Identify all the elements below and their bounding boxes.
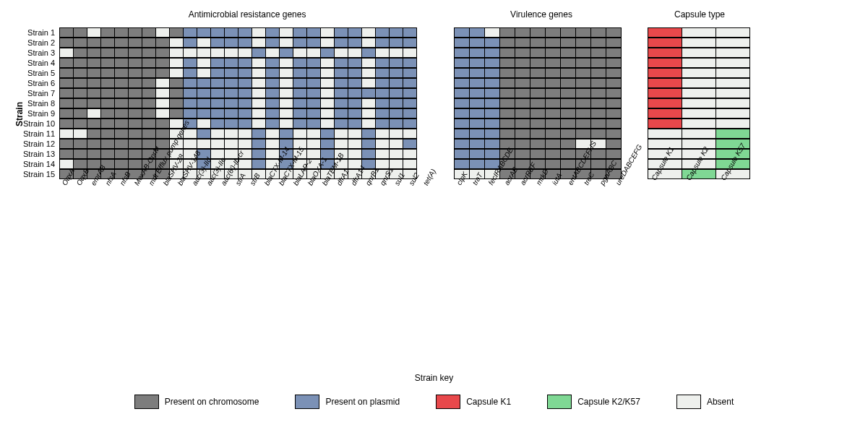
heatmap-cell xyxy=(403,98,417,108)
heatmap-cell xyxy=(197,98,211,108)
heatmap-cell xyxy=(279,78,293,88)
heatmap-cell xyxy=(590,38,606,48)
heatmap-cell xyxy=(403,108,417,119)
heatmap-cell xyxy=(128,27,142,38)
heatmap-cell xyxy=(499,78,515,88)
heatmap-cell xyxy=(210,48,225,58)
heatmap-cell xyxy=(403,27,417,38)
strain-label: Strain 1 xyxy=(23,27,59,38)
heatmap-cell xyxy=(499,27,515,38)
heatmap-cell xyxy=(648,98,682,108)
heatmap-cell xyxy=(293,78,307,88)
heatmap-panel: Antimicrobial resistance genesOqxAOqxBem… xyxy=(59,7,435,257)
heatmap-cell xyxy=(361,27,376,38)
heatmap-cell xyxy=(590,68,606,78)
heatmap-cell xyxy=(716,78,750,88)
heatmap-cell xyxy=(499,58,515,68)
heatmap-cell xyxy=(348,78,362,88)
heatmap-cell xyxy=(560,38,576,48)
heatmap-cell xyxy=(590,88,606,98)
heatmap-cell xyxy=(454,88,470,98)
heatmap-cell xyxy=(252,27,266,38)
heatmap-cell xyxy=(59,108,74,119)
heatmap-cell xyxy=(210,98,225,108)
heatmap-cell xyxy=(590,98,606,108)
heatmap-cell xyxy=(545,98,561,108)
heatmap-cell xyxy=(648,68,682,78)
heatmap-cell xyxy=(484,38,500,48)
heatmap-cell xyxy=(682,78,716,88)
heatmap-cell xyxy=(361,48,376,58)
heatmap-cell xyxy=(87,98,101,108)
heatmap-cell xyxy=(279,38,293,48)
heatmap-cell xyxy=(469,98,485,108)
heatmap-cell xyxy=(606,108,622,119)
heatmap-cell xyxy=(265,38,280,48)
heatmap-cell xyxy=(469,78,485,88)
heatmap-cell xyxy=(606,78,622,88)
heatmap-cell xyxy=(252,68,266,78)
heatmap-cell xyxy=(484,68,500,78)
heatmap-cell xyxy=(515,88,530,98)
column-labels: Capsule K1Capsule K2Capsule K57 xyxy=(648,184,752,225)
heatmap-cell xyxy=(114,98,129,108)
heatmap-cell xyxy=(499,68,515,78)
heatmap-cell xyxy=(114,78,129,88)
legend-item: Capsule K1 xyxy=(436,395,511,409)
heatmap-cell xyxy=(484,78,500,88)
legend-item: Absent xyxy=(676,395,734,409)
heatmap-cell xyxy=(100,68,115,78)
strain-label: Strain 7 xyxy=(23,88,59,98)
heatmap-cell xyxy=(183,38,197,48)
heatmap-cell xyxy=(155,48,170,58)
column-labels: clpKtraTfecIRABCDEacrABacrREFmrkDiutAent… xyxy=(454,184,629,233)
heatmap-cell xyxy=(293,48,307,58)
heatmap-cell xyxy=(279,48,293,58)
heatmap-cell xyxy=(545,27,561,38)
heatmap-cell xyxy=(606,27,622,38)
heatmap-cell xyxy=(169,78,184,88)
heatmap-cell xyxy=(454,58,470,68)
strain-label: Strain 15 xyxy=(23,169,59,179)
heatmap-cell xyxy=(716,88,750,98)
heatmap-cell xyxy=(334,98,348,108)
heatmap-cell xyxy=(575,129,591,139)
heatmap-row xyxy=(454,98,629,108)
heatmap-cell xyxy=(454,48,470,58)
heatmap-cell xyxy=(403,78,417,88)
heatmap-cell xyxy=(293,58,307,68)
heatmap-cell xyxy=(716,108,750,119)
heatmap-cell xyxy=(334,27,348,38)
heatmap-row xyxy=(454,48,629,58)
heatmap-cell xyxy=(73,48,87,58)
heatmap-cell xyxy=(128,108,142,119)
heatmap-cell xyxy=(484,98,500,108)
heatmap-cell xyxy=(224,78,239,88)
heatmap-cell xyxy=(716,27,750,38)
heatmap-cell xyxy=(348,88,362,98)
heatmap-cell xyxy=(155,108,170,119)
strain-label: Strain 3 xyxy=(23,48,59,58)
legend-swatch xyxy=(547,395,572,409)
heatmap-cell xyxy=(575,68,591,78)
heatmap-cell xyxy=(454,27,470,38)
heatmap-cell xyxy=(590,78,606,88)
heatmap-cell xyxy=(238,78,252,88)
heatmap-cell xyxy=(224,27,239,38)
heatmap-cell xyxy=(530,98,546,108)
heatmap-cell xyxy=(454,78,470,88)
heatmap-cell xyxy=(320,108,335,119)
heatmap-cell xyxy=(238,98,252,108)
heatmap-cell xyxy=(169,27,184,38)
heatmap-cell xyxy=(59,129,74,139)
heatmap-cell xyxy=(155,27,170,38)
legend-swatch xyxy=(436,395,460,409)
heatmap-cell xyxy=(279,58,293,68)
heatmap-cell xyxy=(114,58,129,68)
heatmap-cell xyxy=(575,98,591,108)
heatmap-cell xyxy=(575,78,591,88)
heatmap-cell xyxy=(530,78,546,88)
heatmap-cell xyxy=(375,108,390,119)
legend-label: Capsule K2/K57 xyxy=(577,397,640,407)
heatmap-cell xyxy=(469,38,485,48)
